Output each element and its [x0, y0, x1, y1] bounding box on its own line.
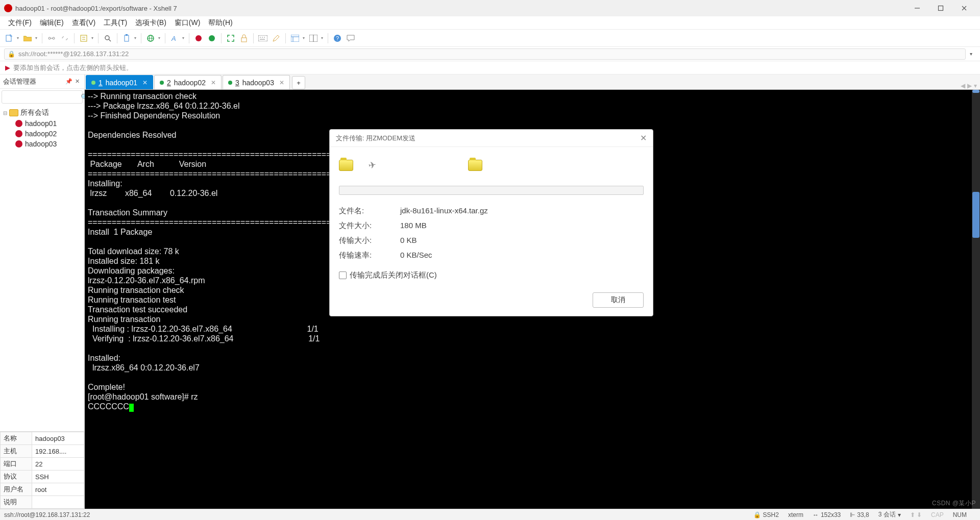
status-term-type: xterm	[788, 511, 803, 518]
address-dropdown[interactable]: ▾	[966, 51, 976, 57]
tree-item-hadoop01[interactable]: hadoop01	[1, 118, 83, 129]
hint-text: 要添加当前会话，点击左侧的箭头按钮。	[13, 63, 133, 72]
hint-bar: ▶ 要添加当前会话，点击左侧的箭头按钮。	[0, 61, 980, 75]
checkbox-icon[interactable]	[339, 271, 347, 279]
hint-flag-icon: ▶	[5, 64, 10, 71]
highlight-button[interactable]	[270, 32, 282, 44]
menu-help[interactable]: 帮助(H)	[204, 17, 236, 29]
session-search-input[interactable]	[4, 93, 81, 101]
session-search[interactable]: 🔍	[2, 90, 83, 104]
encoding-button[interactable]	[144, 32, 157, 44]
terminal-scrollbar[interactable]	[972, 90, 980, 509]
fullscreen-button[interactable]	[225, 32, 237, 44]
address-input[interactable]: 🔒 ssh://root:******@192.168.137.131:22	[4, 48, 966, 60]
tab-close-button[interactable]: ✕	[142, 79, 148, 86]
prop-row: 用户名root	[1, 483, 84, 496]
tree-root[interactable]: ⊟ 所有会话	[1, 107, 83, 118]
svg-rect-13	[241, 38, 247, 42]
status-num: NUM	[953, 511, 967, 518]
tab-add-button[interactable]: +	[292, 76, 305, 89]
tab-prev-button[interactable]: ◀	[961, 82, 965, 89]
disconnect-button[interactable]	[59, 32, 71, 44]
new-session-button[interactable]	[3, 32, 15, 44]
tab-close-button[interactable]: ✕	[211, 79, 216, 86]
xftp-button[interactable]	[206, 32, 218, 44]
maximize-button[interactable]	[929, 0, 952, 16]
keyboard-button[interactable]	[257, 32, 269, 44]
layout-dropdown[interactable]: ▾	[320, 36, 325, 40]
prop-row: 说明	[1, 496, 84, 509]
panel-close-button[interactable]: ✕	[73, 78, 81, 85]
label-filesize: 文件大小:	[339, 221, 400, 231]
tab-next-button[interactable]: ▶	[967, 82, 972, 89]
terminal-cursor	[129, 404, 134, 412]
pin-button[interactable]: 📌	[65, 78, 73, 85]
xshell-button[interactable]	[192, 32, 205, 44]
tree-collapse-icon[interactable]: ⊟	[3, 110, 9, 116]
session-manager-header: 会话管理器 📌 ✕	[0, 75, 84, 89]
font-button[interactable]: A	[168, 32, 181, 44]
menu-file[interactable]: 文件(F)	[4, 17, 36, 29]
svg-text:?: ?	[336, 35, 339, 41]
svg-rect-4	[81, 35, 87, 41]
folder-icon	[468, 160, 482, 171]
minimize-button[interactable]	[905, 0, 929, 16]
folder-icon	[339, 160, 353, 171]
tree-item-hadoop02[interactable]: hadoop02	[1, 129, 83, 139]
new-session-dropdown[interactable]: ▾	[15, 36, 20, 40]
layout-button[interactable]	[307, 32, 320, 44]
session-icon	[15, 140, 22, 147]
status-sessions[interactable]: 3 会话 ▾	[878, 510, 901, 519]
copy-button[interactable]	[120, 32, 133, 44]
watermark: CSDN @某小P	[932, 499, 976, 508]
help-button[interactable]: ?	[331, 32, 344, 44]
tab-hadoop01[interactable]: 1 hadoop01✕	[86, 75, 153, 89]
menu-tools[interactable]: 工具(T)	[100, 17, 131, 29]
find-button[interactable]	[102, 32, 114, 44]
svg-point-3	[53, 37, 55, 39]
tab-list-button[interactable]: ▾	[974, 82, 977, 89]
lock-button[interactable]	[238, 32, 250, 44]
tab-nav: ◀ ▶ ▾	[961, 82, 980, 89]
label-transferred: 传输大小:	[339, 236, 400, 245]
value-rate: 0 KB/Sec	[400, 251, 644, 260]
copy-dropdown[interactable]: ▾	[133, 36, 138, 40]
properties-dropdown[interactable]: ▾	[90, 36, 95, 40]
tab-hadoop02[interactable]: 2 hadoop02✕	[154, 75, 222, 89]
menu-window[interactable]: 窗口(W)	[170, 17, 205, 29]
tab-close-button[interactable]: ✕	[279, 79, 284, 86]
encoding-dropdown[interactable]: ▾	[157, 36, 162, 40]
tab-hadoop03[interactable]: 3 hadoop03✕	[223, 75, 290, 89]
svg-point-5	[105, 36, 109, 40]
properties-button[interactable]	[78, 32, 90, 44]
cancel-button[interactable]: 取消	[593, 292, 644, 308]
dialog-title: 文件传输: 用ZMODEM发送	[336, 134, 640, 143]
close-button[interactable]	[952, 0, 976, 16]
status-connection: ssh://root@192.168.137.131:22	[4, 511, 90, 518]
tree-item-hadoop03[interactable]: hadoop03	[1, 139, 83, 149]
svg-rect-14	[258, 35, 267, 41]
status-nav: ⬆ ⬇	[910, 511, 922, 518]
reconnect-button[interactable]	[45, 32, 58, 44]
dialog-close-button[interactable]: ✕	[640, 133, 647, 143]
menu-view[interactable]: 查看(V)	[68, 17, 100, 29]
dialog-titlebar[interactable]: 文件传输: 用ZMODEM发送 ✕	[330, 130, 653, 147]
session-properties: 名称hadoop03 主机192.168.... 端口22 协议SSH 用户名r…	[0, 431, 84, 509]
menu-edit[interactable]: 编辑(E)	[36, 17, 68, 29]
open-button[interactable]	[21, 32, 34, 44]
tab-status-icon	[160, 81, 164, 85]
app-logo-icon	[4, 4, 12, 12]
feedback-button[interactable]	[345, 32, 357, 44]
font-dropdown[interactable]: ▾	[181, 36, 186, 40]
address-url: ssh://root:******@192.168.137.131:22	[18, 50, 129, 58]
toolbar: ▾ ▾ ▾ ▾ ▾ A ▾ ▾ ▾ ?	[0, 30, 980, 47]
close-after-checkbox[interactable]: 传输完成后关闭对话框(C)	[339, 270, 644, 280]
label-rate: 传输速率:	[339, 251, 400, 260]
menu-tab[interactable]: 选项卡(B)	[131, 17, 170, 29]
sessions-panel-dropdown[interactable]: ▾	[301, 36, 306, 40]
sessions-panel-button[interactable]	[289, 32, 301, 44]
svg-point-12	[209, 35, 215, 41]
open-dropdown[interactable]: ▾	[34, 36, 39, 40]
lock-icon: 🔒	[8, 51, 15, 58]
session-tree[interactable]: ⊟ 所有会话 hadoop01 hadoop02 hadoop03	[0, 105, 84, 431]
